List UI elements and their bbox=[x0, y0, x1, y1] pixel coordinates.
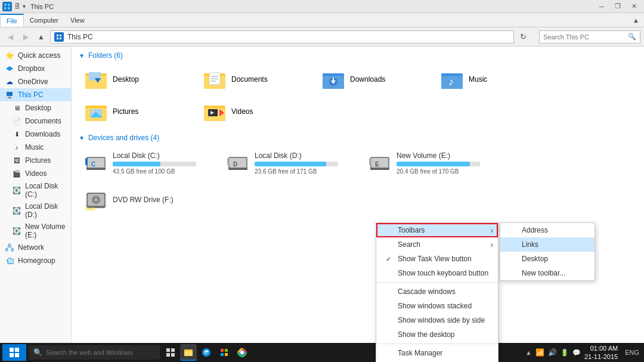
context-menu-cascade[interactable]: Cascade windows bbox=[376, 284, 498, 299]
context-menu-search[interactable]: Search bbox=[376, 237, 498, 252]
taskbar-search-input[interactable] bbox=[46, 349, 135, 356]
chrome-icon bbox=[237, 347, 247, 358]
file-explorer-taskbar-button[interactable] bbox=[180, 344, 197, 361]
context-menu-toolbars-label: Toolbars bbox=[398, 226, 425, 234]
context-menu-task-manager[interactable]: Task Manager bbox=[376, 346, 498, 360]
svg-point-87 bbox=[240, 351, 244, 354]
context-menu-show-desktop-label: Show the desktop bbox=[398, 330, 454, 339]
chrome-taskbar-button[interactable] bbox=[234, 344, 250, 361]
volume-tray-icon[interactable]: 🔊 bbox=[548, 348, 557, 357]
svg-rect-72 bbox=[10, 353, 14, 357]
clock-time: 01:00 AM bbox=[584, 344, 618, 352]
svg-rect-80 bbox=[184, 349, 188, 351]
action-center-icon[interactable]: 💬 bbox=[572, 349, 581, 357]
edge-icon bbox=[201, 347, 212, 358]
context-menu-show-desktop[interactable]: Show the desktop bbox=[376, 327, 498, 342]
context-menu-task-view[interactable]: ✓ Show Task View button bbox=[376, 252, 498, 266]
context-menu-cascade-label: Cascade windows bbox=[398, 287, 456, 296]
svg-rect-85 bbox=[225, 353, 228, 356]
system-tray: ▲ 📶 🔊 🔋 💬 01:00 AM 21-11-2015 ENG bbox=[525, 344, 642, 361]
context-menu-side-by-side[interactable]: Show windows side by side bbox=[376, 313, 498, 327]
task-view-button[interactable] bbox=[162, 344, 179, 361]
store-taskbar-button[interactable] bbox=[216, 344, 233, 361]
context-menu-task-view-label: Show Task View button bbox=[398, 255, 472, 263]
context-menu-stacked-label: Show windows stacked bbox=[398, 302, 472, 310]
context-menu-toolbars[interactable]: Toolbars bbox=[376, 223, 498, 237]
context-menu-search-label: Search bbox=[398, 240, 420, 249]
file-explorer-icon bbox=[183, 346, 194, 357]
clock-date: 21-11-2015 bbox=[584, 352, 618, 361]
submenu-desktop-label: Desktop bbox=[522, 255, 548, 263]
context-menu-touch-keyboard[interactable]: Show touch keyboard button bbox=[376, 266, 498, 280]
toolbars-submenu: Address Links Desktop New toolbar... bbox=[500, 222, 595, 281]
taskbar-search-icon: 🔍 bbox=[33, 348, 42, 357]
svg-rect-84 bbox=[221, 353, 224, 356]
separator-1 bbox=[376, 282, 498, 283]
svg-rect-73 bbox=[15, 353, 19, 357]
context-menu-task-manager-label: Task Manager bbox=[398, 349, 442, 357]
svg-rect-77 bbox=[171, 353, 175, 357]
taskbar: 🔍 bbox=[0, 343, 644, 362]
submenu-new-toolbar-label: New toolbar... bbox=[522, 269, 565, 277]
taskbar-pinned-icons bbox=[162, 344, 250, 361]
network-tray-icon[interactable]: 📶 bbox=[535, 348, 544, 357]
show-hidden-icons-button[interactable]: ▲ bbox=[525, 349, 532, 356]
taskbar-context-menu: Toolbars Search ✓ Show Task View button … bbox=[376, 222, 499, 362]
battery-tray-icon[interactable]: 🔋 bbox=[561, 349, 569, 357]
svg-rect-82 bbox=[221, 349, 224, 352]
context-menu-touch-keyboard-label: Show touch keyboard button bbox=[398, 269, 488, 277]
svg-rect-71 bbox=[15, 348, 19, 352]
taskbar-search-box[interactable]: 🔍 bbox=[29, 345, 160, 360]
svg-rect-76 bbox=[166, 353, 170, 357]
context-menu-side-by-side-label: Show windows side by side bbox=[398, 316, 485, 324]
edge-taskbar-button[interactable] bbox=[198, 344, 215, 361]
windows-logo-icon bbox=[9, 347, 20, 358]
submenu-address[interactable]: Address bbox=[500, 223, 595, 237]
svg-rect-75 bbox=[171, 348, 175, 352]
lang-indicator[interactable]: ENG bbox=[625, 349, 642, 356]
submenu-links-label: Links bbox=[522, 240, 538, 249]
store-icon bbox=[219, 347, 230, 358]
system-clock[interactable]: 01:00 AM 21-11-2015 bbox=[584, 344, 621, 361]
context-menu-overlay: Toolbars Search ✓ Show Task View button … bbox=[0, 0, 644, 362]
svg-rect-79 bbox=[184, 351, 193, 356]
submenu-links[interactable]: Links bbox=[500, 237, 595, 252]
start-button[interactable] bbox=[2, 344, 26, 361]
context-menu-stacked[interactable]: Show windows stacked bbox=[376, 299, 498, 313]
submenu-new-toolbar[interactable]: New toolbar... bbox=[500, 266, 595, 280]
svg-rect-83 bbox=[225, 349, 228, 352]
separator-2 bbox=[376, 344, 498, 344]
task-view-icon bbox=[166, 348, 175, 357]
svg-rect-70 bbox=[10, 348, 14, 352]
submenu-address-label: Address bbox=[522, 226, 548, 234]
check-task-view: ✓ bbox=[386, 255, 395, 263]
submenu-desktop[interactable]: Desktop bbox=[500, 252, 595, 266]
svg-rect-74 bbox=[166, 348, 170, 352]
